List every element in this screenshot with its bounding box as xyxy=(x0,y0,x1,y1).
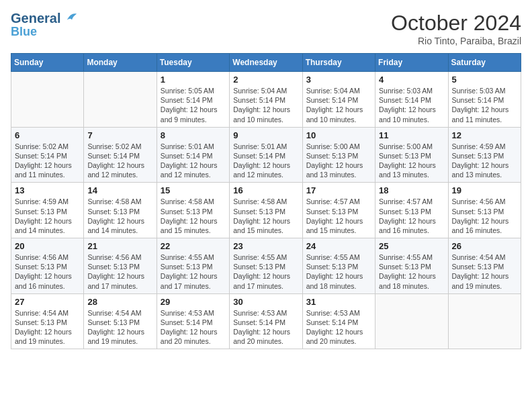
calendar-cell: 18Sunrise: 4:57 AM Sunset: 5:13 PM Dayli… xyxy=(375,183,448,238)
day-number: 28 xyxy=(87,297,152,307)
calendar-cell: 5Sunrise: 5:03 AM Sunset: 5:14 PM Daylig… xyxy=(448,72,521,128)
logo: General Blue xyxy=(11,11,78,39)
day-number: 4 xyxy=(379,75,444,85)
day-info: Sunrise: 4:55 AM Sunset: 5:13 PM Dayligh… xyxy=(379,253,444,291)
day-info: Sunrise: 4:56 AM Sunset: 5:13 PM Dayligh… xyxy=(15,253,80,291)
calendar-cell xyxy=(84,72,157,128)
weekday-header: Saturday xyxy=(448,54,521,72)
logo-blue-text: Blue xyxy=(11,26,78,39)
calendar-table: SundayMondayTuesdayWednesdayThursdayFrid… xyxy=(11,53,521,349)
calendar-cell: 8Sunrise: 5:01 AM Sunset: 5:14 PM Daylig… xyxy=(157,127,229,183)
calendar-cell: 11Sunrise: 5:00 AM Sunset: 5:13 PM Dayli… xyxy=(375,127,448,183)
calendar-cell: 21Sunrise: 4:56 AM Sunset: 5:13 PM Dayli… xyxy=(84,238,157,294)
day-number: 5 xyxy=(452,75,517,85)
day-number: 31 xyxy=(306,297,371,307)
calendar-header: SundayMondayTuesdayWednesdayThursdayFrid… xyxy=(11,54,521,72)
calendar-cell: 6Sunrise: 5:02 AM Sunset: 5:14 PM Daylig… xyxy=(11,127,84,183)
calendar-cell: 14Sunrise: 4:58 AM Sunset: 5:13 PM Dayli… xyxy=(84,183,157,238)
weekday-header: Monday xyxy=(84,54,157,72)
day-info: Sunrise: 5:02 AM Sunset: 5:14 PM Dayligh… xyxy=(15,142,80,180)
page: General Blue October 2024 Rio Tinto, Par… xyxy=(0,0,532,411)
weekday-header: Tuesday xyxy=(157,54,229,72)
day-number: 30 xyxy=(233,297,298,307)
day-info: Sunrise: 5:03 AM Sunset: 5:14 PM Dayligh… xyxy=(452,86,517,124)
calendar-cell: 30Sunrise: 4:53 AM Sunset: 5:14 PM Dayli… xyxy=(230,293,302,349)
day-number: 16 xyxy=(233,185,298,195)
calendar-cell: 27Sunrise: 4:54 AM Sunset: 5:13 PM Dayli… xyxy=(11,293,84,349)
day-info: Sunrise: 4:58 AM Sunset: 5:13 PM Dayligh… xyxy=(87,197,152,235)
day-number: 18 xyxy=(379,185,444,195)
weekday-header: Thursday xyxy=(302,54,375,72)
day-info: Sunrise: 5:04 AM Sunset: 5:14 PM Dayligh… xyxy=(233,86,298,124)
day-info: Sunrise: 5:02 AM Sunset: 5:14 PM Dayligh… xyxy=(87,142,152,180)
calendar-cell: 29Sunrise: 4:53 AM Sunset: 5:14 PM Dayli… xyxy=(157,293,229,349)
day-info: Sunrise: 4:59 AM Sunset: 5:13 PM Dayligh… xyxy=(15,197,80,235)
calendar-cell: 3Sunrise: 5:04 AM Sunset: 5:14 PM Daylig… xyxy=(302,72,375,128)
day-number: 23 xyxy=(233,241,298,251)
calendar-cell: 19Sunrise: 4:56 AM Sunset: 5:13 PM Dayli… xyxy=(448,183,521,238)
calendar-cell: 15Sunrise: 4:58 AM Sunset: 5:13 PM Dayli… xyxy=(157,183,229,238)
calendar-cell: 24Sunrise: 4:55 AM Sunset: 5:13 PM Dayli… xyxy=(302,238,375,294)
logo-bird-icon xyxy=(66,11,78,23)
day-info: Sunrise: 4:54 AM Sunset: 5:13 PM Dayligh… xyxy=(15,308,80,347)
day-info: Sunrise: 5:00 AM Sunset: 5:13 PM Dayligh… xyxy=(379,142,444,180)
calendar-cell: 25Sunrise: 4:55 AM Sunset: 5:13 PM Dayli… xyxy=(375,238,448,294)
day-info: Sunrise: 5:04 AM Sunset: 5:14 PM Dayligh… xyxy=(306,86,371,124)
day-info: Sunrise: 4:53 AM Sunset: 5:14 PM Dayligh… xyxy=(233,308,298,347)
day-number: 9 xyxy=(233,130,298,140)
day-number: 15 xyxy=(161,185,226,195)
day-number: 14 xyxy=(87,185,152,195)
day-number: 6 xyxy=(15,130,80,140)
day-info: Sunrise: 4:55 AM Sunset: 5:13 PM Dayligh… xyxy=(306,253,371,291)
calendar-cell xyxy=(375,293,448,349)
calendar-cell: 7Sunrise: 5:02 AM Sunset: 5:14 PM Daylig… xyxy=(84,127,157,183)
calendar-cell: 2Sunrise: 5:04 AM Sunset: 5:14 PM Daylig… xyxy=(230,72,302,128)
day-info: Sunrise: 5:00 AM Sunset: 5:13 PM Dayligh… xyxy=(306,142,371,180)
day-info: Sunrise: 4:54 AM Sunset: 5:13 PM Dayligh… xyxy=(87,308,152,347)
day-info: Sunrise: 4:59 AM Sunset: 5:13 PM Dayligh… xyxy=(452,142,517,180)
day-number: 17 xyxy=(306,185,371,195)
day-number: 29 xyxy=(161,297,226,307)
day-number: 13 xyxy=(15,185,80,195)
day-number: 3 xyxy=(306,75,371,85)
day-number: 12 xyxy=(452,130,517,140)
day-info: Sunrise: 4:53 AM Sunset: 5:14 PM Dayligh… xyxy=(161,308,226,347)
day-info: Sunrise: 5:05 AM Sunset: 5:14 PM Dayligh… xyxy=(161,86,226,124)
day-number: 8 xyxy=(161,130,226,140)
title-block: October 2024 Rio Tinto, Paraiba, Brazil xyxy=(391,11,521,46)
day-info: Sunrise: 4:56 AM Sunset: 5:13 PM Dayligh… xyxy=(452,197,517,235)
day-info: Sunrise: 4:55 AM Sunset: 5:13 PM Dayligh… xyxy=(161,253,226,291)
calendar-cell: 10Sunrise: 5:00 AM Sunset: 5:13 PM Dayli… xyxy=(302,127,375,183)
calendar-cell: 26Sunrise: 4:54 AM Sunset: 5:13 PM Dayli… xyxy=(448,238,521,294)
day-number: 25 xyxy=(379,241,444,251)
month-title: October 2024 xyxy=(391,11,521,36)
calendar-cell: 28Sunrise: 4:54 AM Sunset: 5:13 PM Dayli… xyxy=(84,293,157,349)
location-subtitle: Rio Tinto, Paraiba, Brazil xyxy=(391,36,521,46)
day-info: Sunrise: 4:57 AM Sunset: 5:13 PM Dayligh… xyxy=(379,197,444,235)
day-number: 27 xyxy=(15,297,80,307)
day-info: Sunrise: 4:58 AM Sunset: 5:13 PM Dayligh… xyxy=(161,197,226,235)
day-info: Sunrise: 4:57 AM Sunset: 5:13 PM Dayligh… xyxy=(306,197,371,235)
calendar-cell: 1Sunrise: 5:05 AM Sunset: 5:14 PM Daylig… xyxy=(157,72,229,128)
day-number: 2 xyxy=(233,75,298,85)
day-number: 22 xyxy=(161,241,226,251)
day-info: Sunrise: 5:01 AM Sunset: 5:14 PM Dayligh… xyxy=(161,142,226,180)
day-info: Sunrise: 4:56 AM Sunset: 5:13 PM Dayligh… xyxy=(87,253,152,291)
calendar-cell: 16Sunrise: 4:58 AM Sunset: 5:13 PM Dayli… xyxy=(230,183,302,238)
calendar-cell: 31Sunrise: 4:53 AM Sunset: 5:14 PM Dayli… xyxy=(302,293,375,349)
logo-text: General xyxy=(11,11,78,26)
day-number: 19 xyxy=(452,185,517,195)
weekday-header: Sunday xyxy=(11,54,84,72)
calendar-cell: 13Sunrise: 4:59 AM Sunset: 5:13 PM Dayli… xyxy=(11,183,84,238)
calendar-cell: 20Sunrise: 4:56 AM Sunset: 5:13 PM Dayli… xyxy=(11,238,84,294)
day-info: Sunrise: 4:54 AM Sunset: 5:13 PM Dayligh… xyxy=(452,253,517,291)
weekday-header: Wednesday xyxy=(230,54,302,72)
calendar-cell: 17Sunrise: 4:57 AM Sunset: 5:13 PM Dayli… xyxy=(302,183,375,238)
day-number: 21 xyxy=(87,241,152,251)
calendar-cell: 9Sunrise: 5:01 AM Sunset: 5:14 PM Daylig… xyxy=(230,127,302,183)
day-info: Sunrise: 5:01 AM Sunset: 5:14 PM Dayligh… xyxy=(233,142,298,180)
calendar-cell xyxy=(11,72,84,128)
calendar-cell xyxy=(448,293,521,349)
day-number: 20 xyxy=(15,241,80,251)
day-number: 1 xyxy=(161,75,226,85)
